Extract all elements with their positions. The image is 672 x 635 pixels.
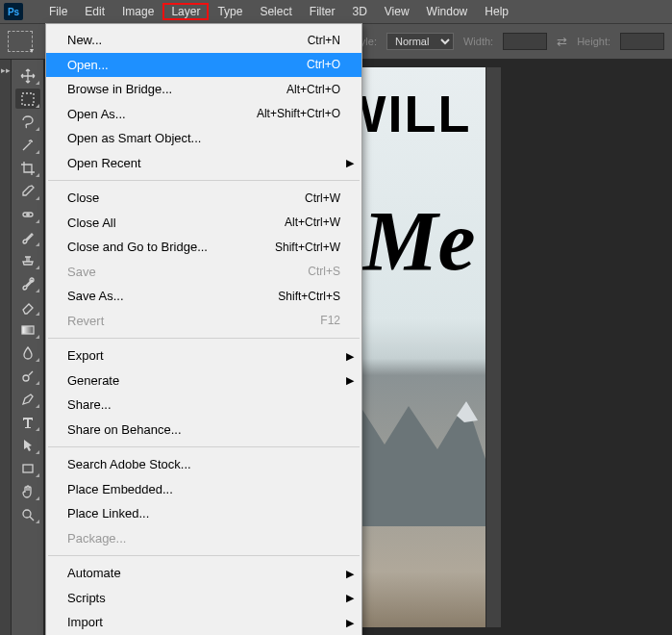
menu-separator — [48, 180, 360, 181]
menu-layer[interactable]: Layer — [162, 3, 209, 20]
toolbox — [12, 60, 44, 635]
tool-gradient[interactable] — [15, 319, 40, 340]
menu-image[interactable]: Image — [113, 3, 162, 20]
submenu-arrow-icon: ▶ — [346, 615, 354, 631]
menu-item-close-and-go-to-bridge[interactable]: Close and Go to Bridge...Shift+Ctrl+W — [46, 235, 361, 260]
menu-item-share-on-behance[interactable]: Share on Behance... — [46, 418, 361, 443]
tool-zoom[interactable] — [15, 504, 40, 524]
panel-tab-strip: ▸▸ — [0, 60, 12, 635]
file-menu-dropdown: New...Ctrl+NOpen...Ctrl+OBrowse in Bridg… — [45, 23, 362, 635]
menu-item-export[interactable]: Export▶ — [46, 343, 361, 368]
menu-item-open-as-smart-object[interactable]: Open as Smart Object... — [46, 126, 361, 151]
width-input[interactable] — [503, 33, 547, 50]
svg-rect-0 — [22, 93, 34, 105]
menu-window[interactable]: Window — [418, 3, 477, 20]
menu-item-close[interactable]: CloseCtrl+W — [46, 186, 361, 211]
tool-clone-stamp[interactable] — [15, 250, 40, 270]
menu-filter[interactable]: Filter — [301, 3, 344, 20]
menu-3d[interactable]: 3D — [343, 3, 375, 20]
svg-point-4 — [23, 375, 29, 381]
tool-move[interactable] — [15, 65, 40, 86]
submenu-arrow-icon: ▶ — [346, 566, 354, 582]
menu-item-share[interactable]: Share... — [46, 393, 361, 418]
menu-item-automate[interactable]: Automate▶ — [46, 561, 361, 586]
menu-item-search-adobe-stock[interactable]: Search Adobe Stock... — [46, 452, 361, 477]
menu-edit[interactable]: Edit — [76, 3, 113, 20]
submenu-arrow-icon: ▶ — [346, 590, 354, 606]
menu-type[interactable]: Type — [209, 3, 251, 20]
height-input[interactable] — [620, 33, 664, 50]
menu-item-new[interactable]: New...Ctrl+N — [46, 28, 361, 53]
menu-item-package: Package... — [46, 526, 361, 551]
menu-item-open[interactable]: Open...Ctrl+O — [46, 53, 361, 78]
menu-item-import[interactable]: Import▶ — [46, 610, 361, 635]
tool-dodge[interactable] — [15, 366, 40, 386]
submenu-arrow-icon: ▶ — [346, 372, 354, 389]
style-select[interactable]: Normal — [386, 33, 454, 50]
app-logo: Ps — [4, 3, 23, 20]
canvas-text-script: Me — [362, 192, 475, 290]
menu-separator — [48, 338, 360, 339]
swap-dims-icon[interactable]: ⇄ — [557, 35, 567, 49]
tool-lasso[interactable] — [15, 112, 40, 132]
tool-marquee[interactable] — [15, 89, 40, 109]
menubar: Ps FileEditImageLayerTypeSelectFilter3DV… — [0, 0, 672, 23]
menu-select[interactable]: Select — [251, 3, 300, 20]
menu-separator — [48, 555, 360, 556]
tool-rectangle[interactable] — [15, 458, 40, 478]
menu-item-revert: RevertF12 — [46, 309, 361, 334]
svg-point-6 — [23, 510, 31, 518]
tool-blur[interactable] — [15, 343, 40, 363]
menu-item-open-recent[interactable]: Open Recent▶ — [46, 151, 361, 176]
menu-item-place-embedded[interactable]: Place Embedded... — [46, 477, 361, 502]
menu-item-browse-in-bridge[interactable]: Browse in Bridge...Alt+Ctrl+O — [46, 77, 361, 102]
menu-item-place-linked[interactable]: Place Linked... — [46, 501, 361, 526]
tool-pen[interactable] — [15, 389, 40, 409]
tool-history-brush[interactable] — [15, 273, 40, 293]
tool-path-select[interactable] — [15, 435, 40, 455]
tool-eyedropper[interactable] — [15, 181, 40, 201]
tool-brush[interactable] — [15, 227, 40, 247]
tool-crop[interactable] — [15, 158, 40, 178]
menu-separator — [48, 446, 360, 447]
tool-eraser[interactable] — [15, 296, 40, 317]
tool-spot-heal[interactable] — [15, 204, 40, 224]
menu-view[interactable]: View — [376, 3, 418, 20]
height-label: Height: — [577, 36, 610, 47]
menu-item-close-all[interactable]: Close AllAlt+Ctrl+W — [46, 211, 361, 236]
tool-type[interactable] — [15, 412, 40, 432]
menu-item-open-as[interactable]: Open As...Alt+Shift+Ctrl+O — [46, 102, 361, 127]
width-label: Width: — [463, 36, 493, 47]
svg-rect-5 — [23, 465, 33, 472]
menu-item-generate[interactable]: Generate▶ — [46, 368, 361, 394]
tool-hand[interactable] — [15, 481, 40, 501]
svg-rect-3 — [22, 326, 34, 334]
submenu-arrow-icon: ▶ — [346, 155, 354, 171]
menu-file[interactable]: File — [40, 3, 76, 20]
vertical-scrollbar[interactable] — [485, 67, 501, 627]
menu-item-save: SaveCtrl+S — [46, 260, 361, 285]
menu-item-save-as[interactable]: Save As...Shift+Ctrl+S — [46, 284, 361, 309]
tool-preset-icon[interactable] — [8, 31, 33, 52]
menu-item-scripts[interactable]: Scripts▶ — [46, 586, 361, 611]
tool-magic-wand[interactable] — [15, 135, 40, 155]
menu-help[interactable]: Help — [476, 3, 517, 20]
submenu-arrow-icon: ▶ — [346, 348, 354, 365]
